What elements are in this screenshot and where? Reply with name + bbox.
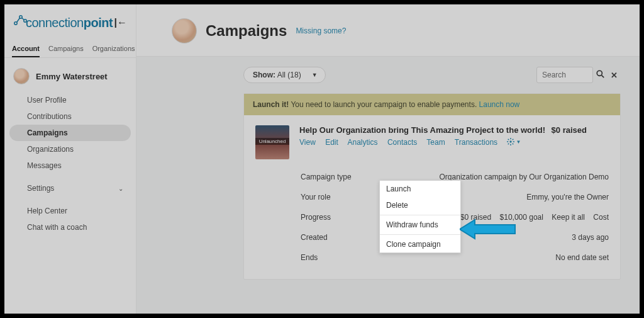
filter-value: All (18) — [277, 71, 301, 79]
link-contacts[interactable]: Contacts — [387, 138, 417, 147]
caret-down-icon: ▼ — [516, 139, 521, 145]
nav-chat-coach[interactable]: Chat with a coach — [4, 219, 136, 236]
campaign-card: Unlaunched Help Our Organization bring T… — [244, 115, 620, 164]
tab-campaigns[interactable]: Campaigns — [48, 42, 84, 57]
svg-point-5 — [597, 71, 602, 76]
menu-withdraw-funds[interactable]: Withdraw funds — [380, 217, 460, 233]
page-title: Campaigns — [206, 22, 287, 40]
menu-clone-campaign[interactable]: Clone campaign — [380, 236, 460, 253]
toolbar: Show: All (18) ▼ ✕ — [136, 57, 640, 93]
alert-bold: Launch it! — [253, 100, 289, 109]
svg-line-4 — [22, 18, 25, 20]
nav-settings-label: Settings — [27, 184, 54, 193]
link-transactions[interactable]: Transactions — [455, 138, 497, 147]
nav-help-center[interactable]: Help Center — [4, 203, 136, 219]
tab-account[interactable]: Account — [12, 42, 40, 57]
user-name: Emmy Waterstreet — [36, 72, 108, 81]
search-input[interactable] — [536, 67, 593, 83]
missing-link[interactable]: Missing some? — [296, 26, 346, 35]
status-badge: Unlaunched — [255, 138, 289, 145]
svg-line-12 — [508, 139, 509, 140]
chevron-down-icon: ⌄ — [118, 185, 123, 192]
caret-down-icon: ▼ — [312, 72, 318, 78]
filter-label: Show: — [253, 71, 275, 79]
sidebar-tabs: Account Campaigns Organizations Enterpri… — [4, 42, 136, 58]
link-team[interactable]: Team — [426, 138, 445, 147]
svg-line-3 — [17, 18, 20, 23]
launch-now-link[interactable]: Launch now — [479, 100, 520, 109]
nav-campaigns[interactable]: Campaigns — [9, 125, 131, 141]
svg-line-14 — [508, 144, 509, 145]
link-edit[interactable]: Edit — [325, 138, 338, 147]
link-analytics[interactable]: Analytics — [348, 138, 378, 147]
menu-delete[interactable]: Delete — [380, 197, 460, 213]
sidebar-nav: User Profile Contributions Campaigns Org… — [4, 92, 136, 239]
close-icon[interactable]: ✕ — [607, 71, 621, 80]
raised-amount: $0 raised — [552, 125, 587, 135]
search-area: ✕ — [536, 67, 621, 83]
campaign-links: View Edit Analytics Contacts Team Transa… — [299, 137, 609, 147]
main: Campaigns Missing some? Show: All (18) ▼… — [136, 4, 640, 314]
gear-icon — [507, 138, 514, 145]
tab-organizations[interactable]: Organizations — [92, 42, 135, 57]
campaign-title: Help Our Organization bring This Amazing… — [299, 125, 609, 135]
gear-dropdown: Launch Delete Withdraw funds Clone campa… — [379, 180, 461, 253]
nav-messages[interactable]: Messages — [4, 157, 136, 174]
svg-point-7 — [510, 140, 512, 142]
campaign-thumbnail[interactable]: Unlaunched — [255, 125, 289, 159]
svg-line-6 — [601, 76, 604, 78]
page-header: Campaigns Missing some? — [136, 4, 640, 57]
alert-text: You need to launch your campaign to enab… — [289, 100, 479, 109]
svg-line-13 — [513, 144, 514, 145]
avatar — [13, 68, 30, 84]
launch-alert: Launch it! You need to launch your campa… — [244, 94, 620, 115]
logo-icon — [13, 14, 27, 26]
menu-launch[interactable]: Launch — [380, 181, 460, 197]
link-view[interactable]: View — [299, 138, 316, 147]
nav-contributions[interactable]: Contributions — [4, 108, 136, 125]
collapse-sidebar-icon[interactable]: |← — [114, 17, 127, 28]
logo[interactable]: connectionpoint |← — [4, 9, 136, 42]
filter-dropdown[interactable]: Show: All (18) ▼ — [243, 67, 326, 83]
nav-organizations[interactable]: Organizations — [4, 141, 136, 157]
search-icon[interactable] — [593, 70, 607, 80]
nav-user-profile[interactable]: User Profile — [4, 92, 136, 108]
avatar — [172, 18, 197, 43]
nav-settings[interactable]: Settings ⌄ — [4, 180, 136, 196]
current-user[interactable]: Emmy Waterstreet — [4, 58, 136, 92]
logo-text: connectionpoint — [26, 16, 113, 30]
svg-line-15 — [513, 139, 514, 140]
gear-menu[interactable]: ▼ — [507, 138, 521, 145]
sidebar: connectionpoint |← Account Campaigns Org… — [4, 4, 136, 314]
